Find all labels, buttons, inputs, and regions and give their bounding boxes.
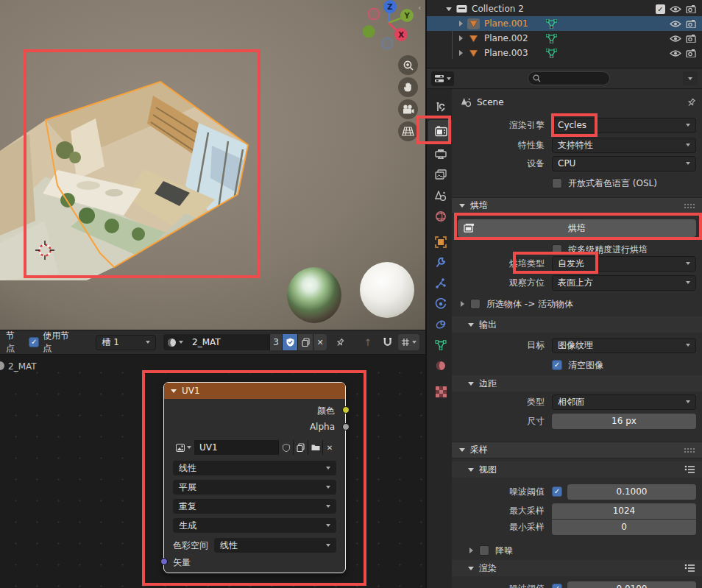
material-browse-button[interactable] [163, 334, 187, 350]
node-header[interactable]: UV1 [164, 383, 345, 399]
pin-icon[interactable] [336, 338, 345, 347]
alpha-output-socket[interactable] [342, 423, 350, 431]
projection-dropdown[interactable]: 平展 [173, 480, 336, 495]
node-menu[interactable]: 节点 [6, 330, 23, 355]
tab-render[interactable] [428, 120, 453, 142]
outliner-row-plane001[interactable]: Plane.001 [427, 16, 702, 31]
image-texture-node[interactable]: UV1 颜色 Alpha UV1 [163, 382, 346, 573]
breadcrumb-scene[interactable]: Scene [477, 97, 504, 107]
snap-magnet-icon[interactable] [383, 337, 393, 347]
panel-grip-icon[interactable] [684, 203, 695, 209]
view-from-dropdown[interactable]: 表面上方 [552, 275, 696, 291]
tab-tool[interactable] [428, 96, 453, 118]
outliner-row-plane002[interactable]: Plane.002 [427, 31, 702, 46]
expand-icon[interactable] [459, 35, 463, 41]
preset-icon[interactable] [684, 465, 695, 474]
min-samples-field[interactable]: 0 [552, 520, 696, 535]
node-collapse-icon[interactable] [171, 389, 177, 393]
camera-icon[interactable] [686, 5, 696, 13]
bake-type-dropdown[interactable]: 自发光 [552, 256, 696, 272]
multires-bake-checkbox[interactable] [552, 244, 562, 255]
render-noise-threshold-field[interactable]: 0.0100 [567, 581, 696, 588]
device-dropdown[interactable]: CPU [552, 156, 696, 171]
tab-texture[interactable] [428, 380, 453, 403]
osl-checkbox[interactable] [552, 178, 562, 188]
extension-dropdown[interactable]: 重复 [173, 499, 336, 514]
use-nodes-checkbox[interactable]: ✓ [29, 337, 39, 347]
outliner-row-collection[interactable]: Collection 2 ✓ [427, 1, 702, 16]
feature-set-dropdown[interactable]: 支持特性 [552, 138, 696, 153]
selected-to-active-checkbox[interactable] [470, 299, 481, 309]
outliner-row-plane003[interactable]: Plane.003 [427, 46, 702, 60]
noise-threshold-checkbox[interactable]: ✓ [552, 486, 562, 497]
colorspace-dropdown[interactable]: 线性 [214, 538, 336, 553]
margin-type-dropdown[interactable]: 相邻面 [552, 394, 696, 410]
search-input[interactable] [528, 71, 610, 85]
material-name-field[interactable]: 2_MAT [187, 334, 269, 350]
go-parent-node-tree-button[interactable]: ↑ [364, 337, 372, 348]
image-browse-button[interactable] [173, 440, 194, 455]
camera-icon[interactable] [686, 35, 696, 43]
viewport-sampling-header[interactable]: 视图 [452, 461, 702, 478]
bake-button[interactable]: 烘培 [458, 219, 696, 237]
eye-icon[interactable] [670, 35, 681, 43]
color-output-socket[interactable] [342, 406, 350, 414]
tab-scene[interactable] [428, 185, 453, 207]
options-dropdown[interactable] [683, 71, 698, 85]
tab-constraints[interactable] [428, 314, 453, 336]
sampling-section-header[interactable]: 采样 [452, 442, 702, 458]
camera-icon[interactable] [686, 49, 696, 57]
duplicate-material-button[interactable] [297, 334, 313, 350]
interpolation-dropdown[interactable]: 线性 [173, 461, 336, 475]
editor-type-button[interactable] [431, 71, 454, 86]
vector-input-socket[interactable] [160, 558, 168, 565]
tab-view-layer[interactable] [428, 163, 453, 185]
pin-icon[interactable] [687, 98, 696, 107]
image-unlink-button[interactable]: ✕ [322, 440, 336, 455]
tab-physics[interactable] [428, 293, 453, 315]
margin-subsection-header[interactable]: 边距 [452, 375, 702, 392]
fake-user-button[interactable] [282, 334, 297, 350]
render-noise-threshold-checkbox[interactable]: ✓ [552, 584, 562, 588]
image-name-field[interactable]: UV1 [194, 440, 278, 455]
expand-icon[interactable] [459, 50, 463, 56]
eye-icon[interactable] [670, 20, 681, 28]
render-engine-dropdown[interactable]: Cycles [552, 118, 696, 133]
slot-dropdown[interactable]: 槽 1 [96, 335, 156, 350]
image-fake-user-button[interactable] [278, 440, 293, 455]
margin-size-field[interactable]: 16 px [552, 414, 696, 429]
denoise-checkbox[interactable] [479, 545, 489, 556]
source-dropdown[interactable]: 生成 [173, 518, 336, 533]
panel-grip-icon[interactable] [684, 447, 695, 453]
preset-icon[interactable] [684, 564, 695, 573]
3d-viewport[interactable]: Z Y X ‹ [0, 0, 425, 330]
tab-material[interactable] [428, 355, 453, 377]
expand-icon[interactable] [446, 7, 452, 11]
bake-section-header[interactable]: 烘培 [452, 197, 702, 214]
render-sampling-header[interactable]: 渲染 [452, 560, 702, 576]
tab-modifiers[interactable] [428, 252, 453, 274]
image-duplicate-button[interactable] [293, 440, 308, 455]
eye-icon[interactable] [670, 5, 681, 13]
clear-image-checkbox[interactable]: ✓ [552, 360, 562, 370]
camera-icon[interactable] [686, 20, 696, 28]
eye-icon[interactable] [670, 49, 681, 57]
target-dropdown[interactable]: 图像纹理 [552, 338, 696, 353]
output-subsection-header[interactable]: 输出 [452, 316, 702, 333]
snap-mode-dropdown[interactable] [398, 334, 419, 350]
collection-checkbox[interactable]: ✓ [656, 4, 665, 14]
expand-icon[interactable] [461, 301, 464, 307]
collection-icon [456, 4, 467, 13]
material-users-count[interactable]: 3 [269, 334, 282, 350]
unlink-material-button[interactable]: ✕ [313, 334, 327, 350]
image-open-button[interactable] [308, 440, 322, 455]
expand-icon[interactable] [469, 548, 473, 553]
tab-output[interactable] [428, 143, 453, 165]
tab-world[interactable] [428, 205, 453, 227]
viewport-noise-threshold-field[interactable]: 0.1000 [567, 484, 696, 500]
tab-particles[interactable] [428, 272, 453, 294]
expand-icon[interactable] [459, 21, 463, 26]
tab-data[interactable] [428, 334, 453, 356]
max-samples-field[interactable]: 1024 [552, 503, 696, 519]
tab-object[interactable] [428, 231, 453, 253]
